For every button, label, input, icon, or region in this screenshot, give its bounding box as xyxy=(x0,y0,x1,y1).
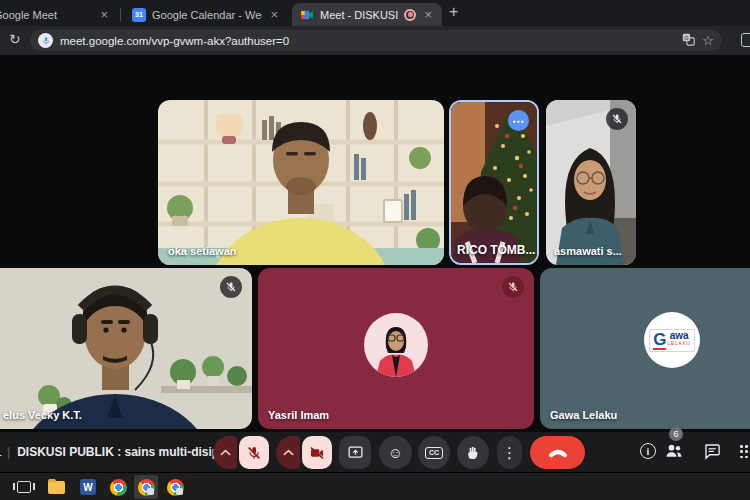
word-icon: W xyxy=(80,479,96,495)
tab-title: Meet - DISKUSI PUBLIK : sai xyxy=(320,9,398,21)
extension-icon[interactable] xyxy=(741,33,750,47)
phone-down-icon xyxy=(547,442,569,464)
more-options-button[interactable]: ⋮ xyxy=(497,436,522,469)
camera-toggle-button-off[interactable] xyxy=(302,436,332,469)
chat-icon xyxy=(703,442,721,460)
mic-toggle-button-muted[interactable] xyxy=(239,436,269,469)
meeting-info: 1 | DISKUSI PUBLIK : sains multi-disipl.… xyxy=(0,432,232,472)
participant-name: asmawati s... xyxy=(554,245,622,257)
meeting-title: DISKUSI PUBLIK : sains multi-disipl... xyxy=(17,445,232,459)
file-explorer-button[interactable] xyxy=(44,475,68,499)
new-tab-button[interactable]: + xyxy=(449,4,458,20)
chevron-up-icon xyxy=(220,449,231,456)
raise-hand-icon xyxy=(465,445,481,461)
word-button[interactable]: W xyxy=(76,475,100,499)
participant-tile-asmawati[interactable]: asmawati s... xyxy=(546,100,636,265)
mic-muted-icon xyxy=(220,276,242,298)
meet-control-bar: 1 | DISKUSI PUBLIK : sains multi-disipl.… xyxy=(0,432,750,472)
more-options-icon: ⋮ xyxy=(502,445,517,460)
present-screen-icon xyxy=(347,444,364,461)
translate-icon[interactable]: G xyxy=(682,33,695,49)
chrome-button[interactable] xyxy=(106,475,130,499)
mic-muted-icon xyxy=(502,276,524,298)
participant-tile-rico[interactable]: ●●● RICO TOMB... xyxy=(449,100,539,265)
tab-meet-active[interactable]: Meet - DISKUSI PUBLIK : sai × xyxy=(292,3,442,26)
close-icon[interactable]: × xyxy=(98,8,110,21)
reactions-button[interactable]: ☺ xyxy=(379,436,412,469)
activities-button[interactable] xyxy=(740,445,750,459)
gawa-logo-sub: LELAKU xyxy=(667,342,690,347)
participant-tile-vecky[interactable]: elus Vecky K.T. xyxy=(0,268,252,429)
participant-name: RICO TOMB... xyxy=(457,243,535,257)
task-view-button[interactable] xyxy=(12,475,36,499)
present-screen-button[interactable] xyxy=(339,436,371,469)
participant-avatar xyxy=(364,313,428,377)
meet-favicon xyxy=(300,8,314,22)
captions-icon: CC xyxy=(425,447,442,459)
participant-tile-yasril[interactable]: Yasril Imam xyxy=(258,268,534,429)
tab-separator xyxy=(120,8,121,21)
mic-off-icon xyxy=(246,445,262,461)
participant-tile-oka[interactable]: oka setiawan xyxy=(158,100,444,265)
browser-window: Google Meet × 31 Google Calendar - Week … xyxy=(0,0,750,500)
info-icon: i xyxy=(640,443,656,459)
clock-fragment: 1 xyxy=(0,445,3,459)
svg-text:G: G xyxy=(685,34,689,40)
participant-avatar-logo: G awa LELAKU xyxy=(644,312,700,368)
chrome-window-button[interactable] xyxy=(163,475,187,499)
gawa-logo-g: G xyxy=(653,331,666,350)
tab-google-meet[interactable]: Google Meet × xyxy=(0,3,118,26)
gawa-logo-awa: awa xyxy=(670,331,689,341)
participant-video xyxy=(158,100,444,265)
url-omnibox[interactable]: meet.google.com/vvp-gvwm-akx?authuser=0 … xyxy=(30,30,722,51)
divider: | xyxy=(7,445,10,459)
close-icon[interactable]: × xyxy=(422,8,434,21)
chevron-up-icon xyxy=(283,449,294,456)
task-view-icon xyxy=(17,481,31,493)
bookmark-star-icon[interactable]: ☆ xyxy=(702,33,714,48)
tab-mic-in-use-icon xyxy=(38,33,53,48)
participant-name: elus Vecky K.T. xyxy=(3,409,82,421)
activities-grid-icon xyxy=(740,445,750,459)
participant-tile-gawa[interactable]: G awa LELAKU Gawa Lelaku xyxy=(540,268,750,429)
video-grid: oka setiawan ●●● xyxy=(0,55,750,432)
close-icon[interactable]: × xyxy=(268,8,280,21)
meeting-details-button[interactable]: i xyxy=(640,443,656,459)
chrome-icon xyxy=(138,479,155,496)
tab-title: Google Meet xyxy=(0,9,92,21)
emoji-icon: ☺ xyxy=(388,445,403,460)
raise-hand-button[interactable] xyxy=(457,436,489,469)
browser-tab-strip: Google Meet × 31 Google Calendar - Week … xyxy=(0,0,750,26)
url-text[interactable]: meet.google.com/vvp-gvwm-akx?authuser=0 xyxy=(60,35,675,47)
participant-count-badge: 6 xyxy=(669,427,683,441)
chrome-icon xyxy=(110,479,127,496)
mic-muted-icon xyxy=(606,108,628,130)
reload-icon[interactable]: ↻ xyxy=(9,31,21,47)
participant-video xyxy=(0,268,252,429)
people-icon xyxy=(664,441,684,461)
camera-off-icon xyxy=(309,445,325,461)
tab-recording-indicator-icon xyxy=(404,9,416,21)
tab-google-calendar[interactable]: 31 Google Calendar - Week of De × xyxy=(124,3,288,26)
calendar-favicon: 31 xyxy=(132,8,146,22)
captions-button[interactable]: CC xyxy=(418,436,450,469)
leave-call-button[interactable] xyxy=(530,436,585,469)
tab-title: Google Calendar - Week of De xyxy=(152,9,262,21)
chat-button[interactable] xyxy=(703,442,721,464)
participant-name: Yasril Imam xyxy=(268,409,329,421)
camera-options-chevron-button[interactable] xyxy=(276,436,300,469)
chrome-window-active-button[interactable] xyxy=(134,475,158,499)
windows-taskbar: W xyxy=(0,472,750,500)
chrome-icon xyxy=(167,479,184,496)
folder-icon xyxy=(48,481,65,494)
participant-name: oka setiawan xyxy=(168,245,236,257)
tile-options-menu-button[interactable]: ●●● xyxy=(508,110,529,131)
show-people-button[interactable] xyxy=(664,441,684,465)
address-bar: ↻ meet.google.com/vvp-gvwm-akx?authuser=… xyxy=(0,26,750,55)
participant-name: Gawa Lelaku xyxy=(550,409,617,421)
